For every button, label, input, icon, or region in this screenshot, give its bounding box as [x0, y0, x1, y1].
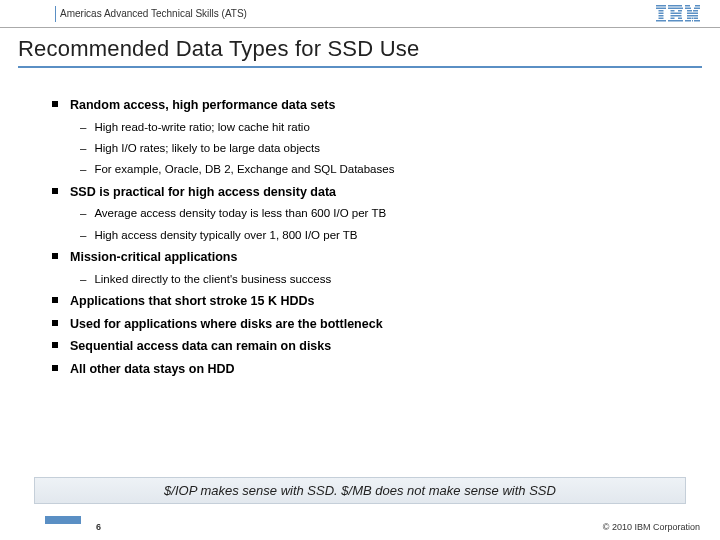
svg-rect-13: [671, 15, 682, 17]
square-bullet-icon: [52, 342, 58, 348]
svg-rect-31: [692, 20, 693, 22]
svg-rect-19: [685, 7, 691, 9]
svg-rect-10: [671, 10, 675, 12]
sub-bullet: –For example, Oracle, DB 2, Exchange and…: [80, 161, 690, 178]
bullet-text: Sequential access data can remain on dis…: [70, 337, 331, 356]
svg-rect-22: [693, 10, 698, 12]
svg-rect-8: [668, 5, 682, 7]
bullet-row: All other data stays on HDD: [52, 360, 690, 379]
dash-icon: –: [80, 205, 86, 222]
bullet-text: Random access, high performance data set…: [70, 96, 335, 115]
bullet-text: Applications that short stroke 15 K HDDs: [70, 292, 315, 311]
bullet-text: SSD is practical for high access density…: [70, 183, 336, 202]
svg-rect-29: [694, 17, 698, 19]
footer-accent-bar: [45, 516, 81, 524]
bullet-group: Random access, high performance data set…: [52, 96, 690, 179]
sub-bullet-text: For example, Oracle, DB 2, Exchange and …: [94, 161, 394, 178]
square-bullet-icon: [52, 365, 58, 371]
svg-rect-32: [694, 20, 700, 22]
svg-rect-20: [694, 7, 700, 9]
bullet-row: Mission-critical applications: [52, 248, 690, 267]
svg-rect-25: [691, 15, 694, 17]
dash-icon: –: [80, 227, 86, 244]
sub-bullet: –High read-to-write ratio; low cache hit…: [80, 119, 690, 136]
header-org: Americas Advanced Technical Skills (ATS): [60, 8, 247, 19]
svg-rect-16: [668, 20, 683, 22]
sub-bullet: –Linked directly to the client's busines…: [80, 271, 690, 288]
svg-rect-21: [687, 10, 692, 12]
sub-bullet: –High access density typically over 1, 8…: [80, 227, 690, 244]
header: Americas Advanced Technical Skills (ATS): [0, 0, 720, 28]
dash-icon: –: [80, 271, 86, 288]
dash-icon: –: [80, 161, 86, 178]
svg-rect-23: [687, 12, 698, 14]
svg-rect-30: [685, 20, 691, 22]
sub-bullet-text: High I/O rates; likely to be large data …: [94, 140, 320, 157]
svg-rect-0: [656, 5, 666, 7]
callout-text: $/IOP makes sense with SSD. $/MB does no…: [164, 483, 556, 498]
bullet-text: Used for applications where disks are th…: [70, 315, 383, 334]
square-bullet-icon: [52, 101, 58, 107]
sub-bullet: –High I/O rates; likely to be large data…: [80, 140, 690, 157]
bullet-row: Sequential access data can remain on dis…: [52, 337, 690, 356]
header-divider: [55, 6, 56, 22]
bullet-row: Applications that short stroke 15 K HDDs: [52, 292, 690, 311]
svg-rect-3: [659, 12, 664, 14]
page-title: Recommended Data Types for SSD Use: [18, 36, 702, 62]
square-bullet-icon: [52, 297, 58, 303]
svg-rect-28: [692, 17, 694, 19]
bullet-group: Mission-critical applications–Linked dir…: [52, 248, 690, 288]
bullet-text: Mission-critical applications: [70, 248, 237, 267]
content-body: Random access, high performance data set…: [0, 78, 720, 379]
svg-rect-24: [687, 15, 691, 17]
svg-rect-17: [685, 5, 690, 7]
square-bullet-icon: [52, 253, 58, 259]
bullet-group: Applications that short stroke 15 K HDDs: [52, 292, 690, 311]
bullet-text: All other data stays on HDD: [70, 360, 235, 379]
svg-rect-5: [659, 17, 664, 19]
sub-bullet: –Average access density today is less th…: [80, 205, 690, 222]
bullet-row: Used for applications where disks are th…: [52, 315, 690, 334]
title-area: Recommended Data Types for SSD Use: [0, 28, 720, 78]
callout-box: $/IOP makes sense with SSD. $/MB does no…: [34, 477, 686, 504]
sub-bullet-text: High access density typically over 1, 80…: [94, 227, 357, 244]
dash-icon: –: [80, 140, 86, 157]
sub-bullet-text: Average access density today is less tha…: [94, 205, 386, 222]
svg-rect-12: [671, 12, 682, 14]
bullet-group: Used for applications where disks are th…: [52, 315, 690, 334]
bullet-group: All other data stays on HDD: [52, 360, 690, 379]
square-bullet-icon: [52, 188, 58, 194]
dash-icon: –: [80, 119, 86, 136]
svg-rect-18: [695, 5, 700, 7]
svg-rect-1: [656, 7, 666, 9]
sub-bullet-text: Linked directly to the client's business…: [94, 271, 331, 288]
title-underline: [18, 66, 702, 68]
svg-rect-4: [659, 15, 664, 17]
svg-rect-9: [668, 7, 683, 9]
page-number: 6: [96, 522, 101, 532]
bullet-row: Random access, high performance data set…: [52, 96, 690, 115]
bullet-group: Sequential access data can remain on dis…: [52, 337, 690, 356]
copyright: © 2010 IBM Corporation: [603, 522, 700, 532]
bullet-group: SSD is practical for high access density…: [52, 183, 690, 244]
svg-rect-15: [678, 17, 682, 19]
svg-rect-6: [656, 20, 666, 22]
svg-rect-2: [659, 10, 664, 12]
ibm-logo-icon: [656, 5, 700, 23]
svg-rect-11: [678, 10, 682, 12]
footer: 6 © 2010 IBM Corporation: [0, 512, 720, 540]
svg-rect-14: [671, 17, 675, 19]
square-bullet-icon: [52, 320, 58, 326]
svg-rect-27: [687, 17, 691, 19]
bullet-row: SSD is practical for high access density…: [52, 183, 690, 202]
sub-bullet-text: High read-to-write ratio; low cache hit …: [94, 119, 309, 136]
svg-rect-26: [694, 15, 698, 17]
